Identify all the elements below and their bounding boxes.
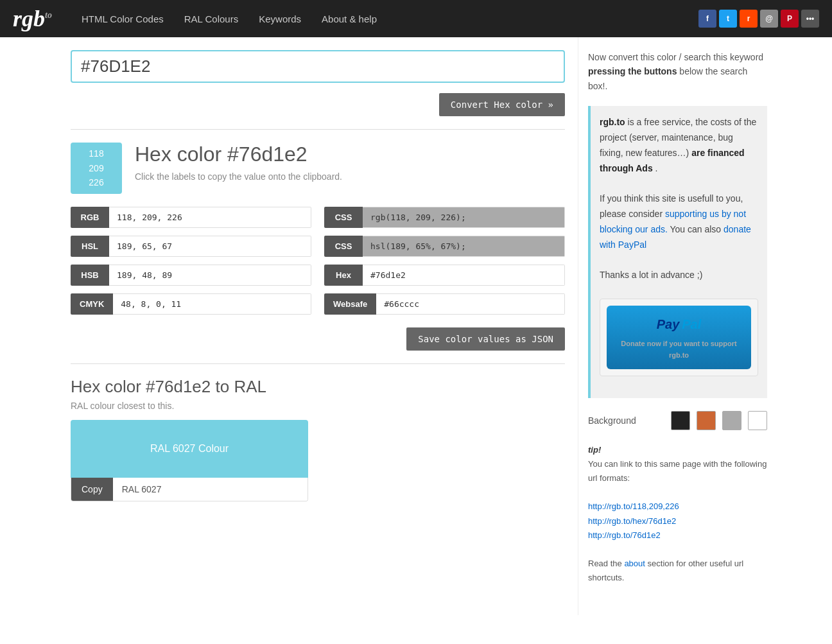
nav-about-help[interactable]: About & help (311, 7, 387, 31)
search-box: #76D1E2 (71, 50, 565, 83)
ral-swatch: RAL 6027 Colour (71, 420, 308, 478)
reddit-icon[interactable]: r (740, 10, 758, 28)
css-rgb-value: rgb(118, 209, 226); (363, 207, 565, 228)
cmyk-value: 48, 8, 0, 11 (113, 293, 311, 315)
rgb-label[interactable]: RGB (71, 207, 109, 228)
twitter-icon[interactable]: t (719, 10, 737, 28)
swatch-b: 226 (89, 175, 103, 189)
nav-keywords[interactable]: Keywords (248, 7, 311, 31)
tip-title: tip! (588, 445, 601, 455)
bg-swatch-gray[interactable] (722, 411, 741, 430)
color-heading: Hex color #76d1e2 (135, 143, 342, 166)
sidebar-info-box: rgb.to is a free service, the costs of t… (588, 106, 767, 398)
ral-value: RAL 6027 (113, 478, 308, 501)
save-json-button[interactable]: Save color values as JSON (406, 327, 565, 351)
background-row: Background (588, 411, 767, 430)
ral-swatch-label: RAL 6027 Colour (150, 443, 229, 455)
color-subtext: Click the labels to copy the value onto … (135, 171, 342, 182)
css-rgb-row: CSS rgb(118, 209, 226); (324, 207, 565, 228)
css-hsl-value: hsl(189, 65%, 67%); (363, 236, 565, 257)
ral-section: Hex color #76d1e2 to RAL RAL colour clos… (71, 377, 565, 501)
rgb-row: RGB 118, 209, 226 (71, 207, 311, 228)
nav-ral-colours[interactable]: RAL Colours (174, 7, 248, 31)
info-end: . (655, 163, 658, 173)
facebook-icon[interactable]: f (698, 10, 716, 28)
websafe-value: #66cccc (376, 293, 565, 315)
divider-2 (71, 363, 565, 364)
sidebar: Now convert this color / search this key… (578, 37, 777, 615)
ral-subtext: RAL colour closest to this. (71, 401, 565, 411)
paypal-p2: Pal (682, 313, 701, 335)
websafe-row: Websafe #66cccc (324, 293, 565, 315)
paypal-p1: Pay (657, 313, 680, 335)
main-column: #76D1E2 Convert Hex color » 118 209 226 … (0, 37, 578, 615)
ral-copy-button[interactable]: Copy (71, 478, 113, 501)
hsl-value: 189, 65, 67 (109, 236, 311, 257)
convert-button[interactable]: Convert Hex color » (439, 93, 565, 116)
hsl-label[interactable]: HSL (71, 236, 109, 257)
swatch-g: 209 (89, 161, 103, 175)
paypal-tagline: Donate now if you want to support rgb.to (618, 338, 740, 361)
paypal-donate-button[interactable]: Pay Pal Donate now if you want to suppor… (607, 306, 751, 369)
tip-bold: pressing the buttons (588, 66, 677, 76)
color-info: Hex color #76d1e2 Click the labels to co… (135, 143, 342, 182)
color-values-grid: RGB 118, 209, 226 CSS rgb(118, 209, 226)… (71, 207, 565, 315)
thanks-text: Thanks a lot in advance ;) (600, 270, 702, 280)
rgb-to-bold: rgb.to (600, 117, 625, 127)
hex-search-input[interactable]: #76D1E2 (81, 57, 555, 76)
rgb-value: 118, 209, 226 (109, 207, 311, 228)
bg-swatch-white[interactable] (748, 411, 767, 430)
hsb-row: HSB 189, 48, 89 (71, 265, 311, 286)
support-text2: You can also (670, 224, 724, 234)
pinterest-icon[interactable]: P (781, 10, 799, 28)
more-icon[interactable]: ••• (801, 10, 819, 28)
tip-body: You can link to this same page with the … (588, 459, 767, 483)
url-rgb-link[interactable]: http://rgb.to/118,209,226 (588, 501, 679, 511)
divider-1 (71, 129, 565, 130)
hsb-label[interactable]: HSB (71, 265, 109, 286)
url-short-link[interactable]: http://rgb.to/76d1e2 (588, 530, 661, 540)
about-link[interactable]: about (624, 559, 645, 568)
paypal-box: Pay Pal Donate now if you want to suppor… (600, 299, 758, 376)
tip-box: tip! You can link to this same page with… (588, 443, 767, 585)
read-text: Read the (588, 559, 624, 568)
hex-label[interactable]: Hex (324, 265, 363, 286)
hex-row: Hex #76d1e2 (324, 265, 565, 286)
color-header: 118 209 226 Hex color #76d1e2 Click the … (71, 143, 565, 194)
hex-value: #76d1e2 (363, 265, 565, 286)
bg-swatch-orange[interactable] (697, 411, 716, 430)
ral-copy-row: Copy RAL 6027 (71, 478, 308, 501)
ral-heading: Hex color #76d1e2 to RAL (71, 377, 565, 397)
hsl-row: HSL 189, 65, 67 (71, 236, 311, 257)
css-hsl-row: CSS hsl(189, 65%, 67%); (324, 236, 565, 257)
background-label: Background (588, 415, 664, 426)
logo: rgbto (13, 5, 52, 32)
url-hex-link[interactable]: http://rgb.to/hex/76d1e2 (588, 516, 676, 526)
bg-swatch-black[interactable] (671, 411, 690, 430)
main-nav: HTML Color Codes RAL Colours Keywords Ab… (71, 7, 387, 31)
social-icons: f t r @ P ••• (698, 10, 819, 28)
css-hsl-label[interactable]: CSS (324, 236, 363, 257)
swatch-r: 118 (89, 146, 103, 161)
sidebar-convert-tip: Now convert this color / search this key… (588, 50, 767, 93)
nav-html-color-codes[interactable]: HTML Color Codes (71, 7, 174, 31)
email-icon[interactable]: @ (760, 10, 778, 28)
cmyk-row: CMYK 48, 8, 0, 11 (71, 293, 311, 315)
css-rgb-label[interactable]: CSS (324, 207, 363, 228)
websafe-label[interactable]: Websafe (324, 293, 376, 315)
cmyk-label[interactable]: CMYK (71, 293, 113, 315)
header: rgbto HTML Color Codes RAL Colours Keywo… (0, 0, 832, 37)
tip-text: Now convert this color / search this key… (588, 52, 763, 62)
hsb-value: 189, 48, 89 (109, 265, 311, 286)
color-swatch: 118 209 226 (71, 143, 122, 194)
paypal-logo: Pay Pal (618, 313, 740, 335)
page-wrap: #76D1E2 Convert Hex color » 118 209 226 … (0, 37, 832, 615)
